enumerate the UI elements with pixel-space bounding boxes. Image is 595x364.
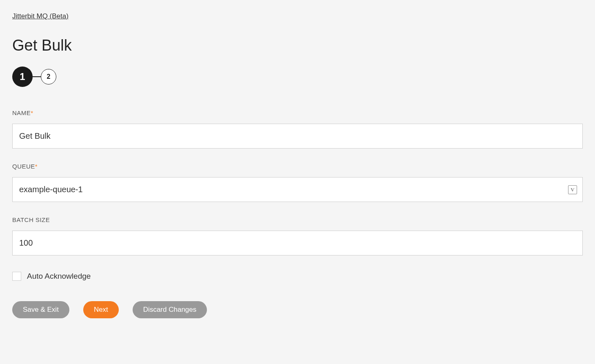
form-group-queue: QUEUE* V — [12, 163, 583, 202]
queue-input-wrapper: V — [12, 177, 583, 202]
discard-changes-button[interactable]: Discard Changes — [133, 301, 207, 318]
name-label-text: NAME — [12, 109, 31, 116]
name-input[interactable] — [12, 124, 583, 149]
step-2[interactable]: 2 — [41, 69, 56, 84]
queue-label: QUEUE* — [12, 163, 583, 170]
form-group-name: NAME* — [12, 109, 583, 149]
name-label: NAME* — [12, 109, 583, 116]
queue-input[interactable] — [12, 177, 583, 202]
step-1[interactable]: 1 — [12, 67, 33, 87]
batch-size-input[interactable] — [12, 231, 583, 255]
page-title: Get Bulk — [12, 37, 583, 54]
next-button[interactable]: Next — [83, 301, 119, 318]
required-asterisk: * — [35, 163, 38, 170]
stepper: 1 2 — [12, 67, 583, 87]
variable-icon[interactable]: V — [568, 185, 577, 194]
auto-acknowledge-row: Auto Acknowledge — [12, 272, 583, 281]
form-group-batch-size: BATCH SIZE — [12, 216, 583, 255]
batch-size-label-text: BATCH SIZE — [12, 216, 50, 223]
queue-label-text: QUEUE — [12, 163, 35, 170]
required-asterisk: * — [31, 109, 33, 116]
step-connector — [33, 76, 41, 77]
auto-acknowledge-checkbox[interactable] — [12, 272, 21, 281]
button-row: Save & Exit Next Discard Changes — [12, 301, 583, 318]
save-exit-button[interactable]: Save & Exit — [12, 301, 69, 318]
batch-size-label: BATCH SIZE — [12, 216, 583, 223]
breadcrumb-link[interactable]: Jitterbit MQ (Beta) — [12, 12, 69, 20]
auto-acknowledge-label[interactable]: Auto Acknowledge — [27, 272, 91, 281]
